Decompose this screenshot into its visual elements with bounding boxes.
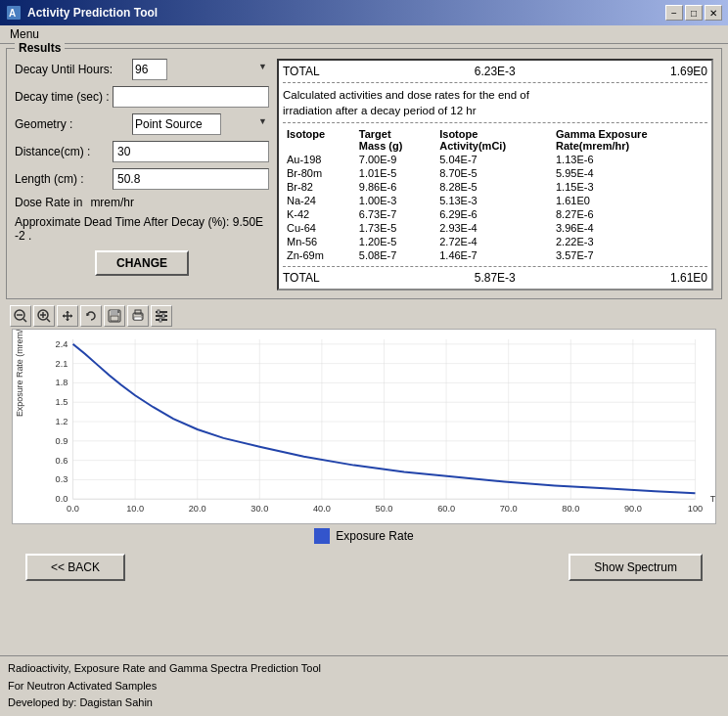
bottom-buttons: << BACK Show Spectrum bbox=[6, 550, 722, 585]
col-mass: TargetMass (g) bbox=[355, 127, 435, 153]
svg-text:A: A bbox=[9, 8, 16, 19]
length-row: Length (cm) : bbox=[15, 168, 269, 190]
dose-rate-unit: mrem/hr bbox=[90, 196, 134, 209]
print-button[interactable] bbox=[127, 305, 149, 327]
svg-rect-11 bbox=[111, 316, 118, 321]
svg-text:90.0: 90.0 bbox=[624, 504, 642, 514]
pan-button[interactable] bbox=[57, 305, 78, 327]
footer-line1: Radioactivity, Exposure Rate and Gamma S… bbox=[8, 660, 720, 678]
footer-line2: For Neutron Activated Samples bbox=[8, 678, 720, 695]
table-row: Br-80m1.01E-58.70E-55.95E-4 bbox=[283, 166, 707, 180]
print-icon bbox=[131, 309, 145, 323]
distance-input[interactable] bbox=[113, 141, 269, 162]
window-controls: − □ ✕ bbox=[665, 5, 722, 21]
total-top-label: TOTAL bbox=[283, 65, 320, 78]
results-layout: Decay Until Hours: 96 Decay time (sec) :… bbox=[15, 59, 713, 291]
svg-rect-10 bbox=[111, 310, 118, 315]
total-top-row: TOTAL 6.23E-3 1.69E0 bbox=[283, 65, 707, 78]
divider-2 bbox=[283, 122, 707, 123]
decay-time-input[interactable] bbox=[113, 86, 269, 108]
svg-text:Exposure Rate (mrem/hr): Exposure Rate (mrem/hr) bbox=[15, 330, 24, 417]
svg-text:40.0: 40.0 bbox=[313, 504, 331, 514]
distance-row: Distance(cm) : bbox=[15, 141, 269, 162]
window-title: Activity Prediction Tool bbox=[27, 6, 665, 20]
geometry-select-wrapper: Point SourceSlabCylinder bbox=[132, 113, 269, 135]
dose-rate-row: Dose Rate in mrem/hr bbox=[15, 196, 269, 209]
minimize-button[interactable]: − bbox=[665, 5, 683, 21]
decay-time-row: Decay time (sec) : bbox=[15, 86, 269, 108]
results-group: Results Decay Until Hours: 96 Decay time… bbox=[6, 48, 722, 299]
col-isotope: Isotope bbox=[283, 127, 355, 153]
svg-text:0.9: 0.9 bbox=[56, 436, 68, 446]
decay-hours-label: Decay Until Hours: bbox=[15, 63, 132, 76]
geometry-row: Geometry : Point SourceSlabCylinder bbox=[15, 113, 269, 135]
length-input[interactable] bbox=[113, 168, 269, 190]
results-table: Isotope TargetMass (g) IsotopeActivity(m… bbox=[283, 127, 707, 262]
svg-text:100: 100 bbox=[688, 504, 703, 514]
svg-text:10.0: 10.0 bbox=[126, 504, 144, 514]
svg-line-6 bbox=[47, 319, 50, 322]
total-top-exposure: 1.69E0 bbox=[670, 65, 707, 78]
total-bottom-exposure: 1.61E0 bbox=[670, 271, 707, 285]
main-content: Results Decay Until Hours: 96 Decay time… bbox=[0, 44, 728, 589]
svg-rect-20 bbox=[158, 310, 159, 314]
menu-bar: Menu bbox=[0, 25, 728, 44]
change-button[interactable]: CHANGE bbox=[95, 250, 189, 276]
config-button[interactable] bbox=[151, 305, 172, 327]
length-label: Length (cm) : bbox=[15, 172, 113, 186]
results-panel: TOTAL 6.23E-3 1.69E0 Calculated activiti… bbox=[277, 59, 713, 291]
table-row: Au-1987.00E-95.04E-71.13E-6 bbox=[283, 153, 707, 166]
table-row: Zn-69m5.08E-71.46E-73.57E-7 bbox=[283, 248, 707, 262]
back-button[interactable]: << BACK bbox=[25, 554, 125, 581]
close-button[interactable]: ✕ bbox=[705, 5, 722, 21]
dose-rate-label: Dose Rate in bbox=[15, 196, 82, 209]
divider-3 bbox=[283, 266, 707, 267]
svg-text:0.0: 0.0 bbox=[56, 495, 68, 505]
svg-text:1.2: 1.2 bbox=[56, 417, 68, 426]
decay-hours-select[interactable]: 96 bbox=[132, 59, 167, 80]
footer: Radioactivity, Exposure Rate and Gamma S… bbox=[0, 655, 728, 716]
chart-legend: Exposure Rate bbox=[6, 524, 722, 548]
legend-label: Exposure Rate bbox=[336, 529, 413, 543]
decay-time-label: Decay time (sec) : bbox=[15, 90, 113, 104]
svg-text:2.1: 2.1 bbox=[56, 359, 68, 369]
dead-time-text: Approximate Dead Time After Decay (%): 9… bbox=[15, 215, 263, 243]
svg-text:1.8: 1.8 bbox=[56, 379, 68, 388]
table-header-row: Isotope TargetMass (g) IsotopeActivity(m… bbox=[283, 127, 707, 153]
table-row: K-426.73E-76.29E-68.27E-6 bbox=[283, 207, 707, 221]
svg-line-3 bbox=[23, 319, 26, 322]
table-row: Cu-641.73E-52.93E-43.96E-4 bbox=[283, 221, 707, 235]
config-icon bbox=[155, 309, 168, 323]
table-row: Br-829.86E-68.28E-51.15E-3 bbox=[283, 180, 707, 194]
save-icon bbox=[108, 309, 121, 323]
chart-toolbar bbox=[6, 303, 722, 329]
reset-button[interactable] bbox=[80, 305, 102, 327]
geometry-select[interactable]: Point SourceSlabCylinder bbox=[132, 113, 221, 135]
zoom-out-icon bbox=[14, 309, 27, 323]
zoom-in-button[interactable] bbox=[33, 305, 55, 327]
svg-text:0.3: 0.3 bbox=[56, 475, 68, 485]
zoom-in-icon bbox=[37, 309, 51, 323]
total-bottom-activity: 5.87E-3 bbox=[475, 271, 516, 285]
svg-text:1.5: 1.5 bbox=[56, 398, 68, 408]
results-description: Calculated activities and dose rates for… bbox=[283, 87, 707, 118]
save-image-button[interactable] bbox=[104, 305, 125, 327]
svg-text:70.0: 70.0 bbox=[500, 504, 518, 514]
total-top-activity: 6.23E-3 bbox=[475, 65, 516, 78]
svg-text:2.4: 2.4 bbox=[56, 339, 68, 349]
results-group-title: Results bbox=[15, 41, 65, 55]
zoom-out-button[interactable] bbox=[10, 305, 31, 327]
show-spectrum-button[interactable]: Show Spectrum bbox=[569, 554, 703, 581]
chart-svg: 0.0 0.3 0.6 0.9 1.2 1.5 1.8 2.1 2.4 Expo… bbox=[13, 330, 715, 523]
table-row: Mn-561.20E-52.72E-42.22E-3 bbox=[283, 235, 707, 248]
svg-rect-18 bbox=[156, 315, 167, 317]
svg-text:30.0: 30.0 bbox=[250, 504, 268, 514]
total-bottom-row: TOTAL 5.87E-3 1.61E0 bbox=[283, 271, 707, 285]
geometry-label: Geometry : bbox=[15, 117, 132, 131]
maximize-button[interactable]: □ bbox=[685, 5, 703, 21]
footer-line3: Developed by: Dagistan Sahin bbox=[8, 694, 720, 712]
table-row: Na-241.00E-35.13E-31.61E0 bbox=[283, 194, 707, 207]
pan-icon bbox=[61, 309, 74, 323]
decay-hours-select-wrapper: 96 bbox=[132, 59, 269, 80]
svg-point-16 bbox=[141, 314, 143, 316]
